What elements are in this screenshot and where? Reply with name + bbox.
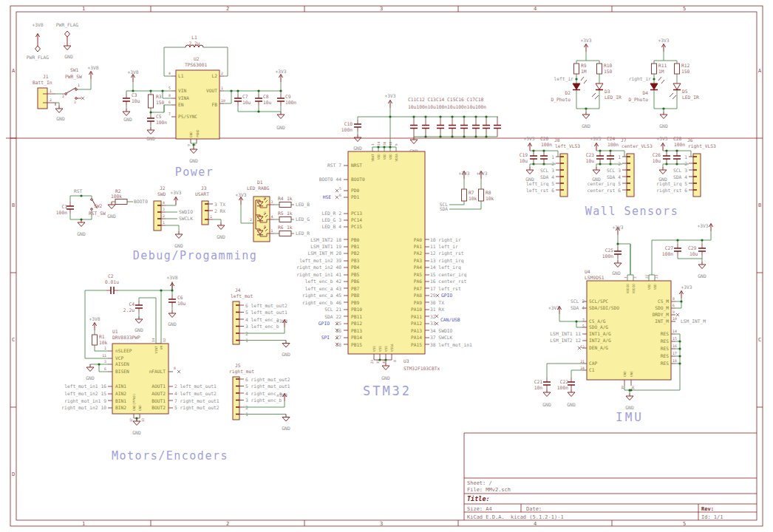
j2-pin2: 2 bbox=[163, 214, 165, 218]
u2-pin4: 4 bbox=[168, 72, 171, 75]
gnd-label: GND bbox=[86, 375, 95, 381]
section-motors: C2 0.01u +3V8 C6 10u GND C4 2.2u GND +3V… bbox=[61, 273, 290, 463]
tb-title: Title: bbox=[467, 495, 490, 502]
ref-c19: C19 bbox=[520, 152, 528, 157]
value-c26: 10u bbox=[653, 158, 661, 163]
net-left-ir-label: left_ir bbox=[554, 76, 573, 82]
gnd-label: GND bbox=[189, 158, 198, 163]
section-title-stm32: STM32 bbox=[363, 383, 412, 398]
gnd-label: GND bbox=[612, 270, 621, 276]
ref-r7: R7 bbox=[469, 190, 474, 195]
pin36-num: 36 bbox=[383, 141, 386, 146]
ref-r6: R6 bbox=[278, 225, 284, 230]
frame-row-c2: C bbox=[758, 337, 761, 343]
u4-gnd2: GND bbox=[630, 371, 633, 377]
value-d1: LED_RABG bbox=[247, 185, 270, 191]
value-u4: LSM9DS1 bbox=[585, 275, 605, 280]
gnd-label: GND bbox=[146, 136, 155, 141]
pin8-num: 8 bbox=[393, 360, 397, 362]
value-c8: 10u bbox=[263, 100, 272, 105]
boot0-pulldown: GND R2 100k BOOT0 bbox=[107, 188, 148, 219]
j3-pin3-tx: 3 TX bbox=[214, 202, 225, 207]
i2c-pullups: +3V3 +3V3 R7 10k R8 10k SCL SDA bbox=[440, 171, 494, 211]
ic-u2-tps63001: U2 TPS63001 4 5 8 6 7 L1 VIN VINA EN PS/… bbox=[164, 35, 228, 163]
pin-vss1: VSS bbox=[372, 346, 376, 352]
u2-pin1: 1 bbox=[221, 86, 223, 90]
j3-pin1: 1 bbox=[210, 215, 212, 219]
d1-pin4: 4 bbox=[271, 215, 273, 219]
tb-date: Date: bbox=[526, 506, 542, 512]
gnd-label: GND bbox=[64, 54, 73, 59]
frame-col-4b: 4 bbox=[534, 521, 537, 527]
connector-j3-usart: J3 USART 3 TX 2 RX 1 GND bbox=[195, 185, 225, 239]
value-j4: left_mot bbox=[231, 293, 253, 299]
stm32-power-rail: +3V3 C10 100n GND C11C12 C13C14 C15C16 C… bbox=[341, 93, 501, 154]
net-right-ir-label: right_ir bbox=[629, 76, 652, 82]
connector-j8-left-vl53: +3V3 C19 10u C20 100n GND J8 left_VL53 1… bbox=[520, 136, 581, 197]
section-title-motors: Motors/Encoders bbox=[112, 449, 228, 463]
value-c1: 100n bbox=[56, 210, 67, 215]
u2-pin9: 9 bbox=[187, 144, 191, 146]
u4-int2-ag: INT2_A/G bbox=[589, 338, 611, 344]
u1-nsleep: nSLEEP bbox=[115, 348, 132, 353]
gnd-label: GND bbox=[168, 321, 177, 327]
net-3v3-label: +3V3 bbox=[384, 93, 395, 98]
ir-sensor-left: +3V3 R9 1M R10 150 left_ir D2 D_Photo D3… bbox=[551, 38, 622, 129]
net-spi-label: SPI bbox=[321, 335, 330, 340]
d1-led-g: G bbox=[264, 211, 266, 215]
u4-pin1-num: 1 bbox=[624, 276, 627, 279]
u4-pin3-num: 3 bbox=[633, 276, 637, 279]
ref-r10: R10 bbox=[604, 63, 613, 68]
schematic-page: 1 2 3 4 5 1 2 3 4 5 A B C D A B C Sheet:… bbox=[0, 0, 773, 532]
tb-size: Size: A4 bbox=[467, 506, 492, 512]
frame-row-d: D bbox=[12, 471, 15, 477]
ref-d1: D1 bbox=[257, 180, 263, 185]
ref-c7: C7 bbox=[242, 94, 248, 99]
u2-pin8: 8 bbox=[168, 94, 171, 98]
ref-j4: J4 bbox=[235, 287, 241, 293]
u4-c1: C1 bbox=[589, 367, 595, 372]
u1-gnd-ppad: GND(PPAD) bbox=[132, 393, 136, 411]
gnd-label: GND bbox=[276, 125, 285, 130]
value-c9: 100n bbox=[285, 100, 296, 105]
net-3v3-label: +3V3 bbox=[612, 225, 623, 230]
sw1-pin1: 1 bbox=[78, 83, 80, 87]
ref-c6: C6 bbox=[177, 295, 183, 300]
j1-pin1: 1 bbox=[50, 89, 52, 93]
gnd-label: GND bbox=[77, 231, 86, 236]
ref-c2: C2 bbox=[108, 273, 114, 279]
ref-j3: J3 bbox=[201, 185, 207, 191]
ref-u4: U4 bbox=[585, 269, 590, 274]
u2-pin6: 6 bbox=[168, 100, 171, 104]
section-title-power: Power bbox=[175, 166, 214, 179]
ref-c23: C23 bbox=[586, 152, 595, 157]
gnd-label: GND bbox=[282, 352, 290, 357]
ic-u3-stm32: RST 7 NRST BOOT0 44 BOOT0 5 PD0 HSE 6 PD… bbox=[296, 141, 472, 381]
ref-c29: C29 bbox=[688, 245, 697, 250]
value-j5: right_mot bbox=[229, 369, 254, 375]
net-3v8-label: +3V8 bbox=[166, 275, 177, 280]
u1-pin1: 1 bbox=[104, 347, 106, 350]
ref-c28: C28 bbox=[673, 136, 682, 141]
value-c19: 10u bbox=[520, 158, 528, 163]
ref-r3: R3 bbox=[156, 94, 162, 99]
frame-col-5: 5 bbox=[683, 6, 686, 12]
gnd-label: GND bbox=[56, 116, 65, 121]
net-3v3-label: +3V3 bbox=[656, 136, 667, 141]
j6-pin-labels: 12SCL 3SDA 4right_irq 5right_rst 6 bbox=[656, 154, 687, 194]
value-u1: DRV8833PWP bbox=[112, 335, 140, 340]
u2-pin-en: EN bbox=[178, 102, 184, 107]
value-r4: 1k bbox=[287, 196, 293, 201]
pin-nrst: NRST bbox=[351, 163, 362, 168]
ref-d4: D4 bbox=[642, 90, 648, 95]
value-r10: 150 bbox=[604, 69, 613, 74]
section-power: +3V8 PWR_FLAG PWR_FLAG GND J1 Batt_In 1 … bbox=[27, 22, 297, 179]
ref-u3: U3 bbox=[403, 358, 409, 364]
imu-supply: +3V3 C25 100n GND +3V3 C27 100n C29 10u … bbox=[602, 223, 713, 281]
gnd-label: GND bbox=[353, 146, 362, 151]
ref-d2: D2 bbox=[565, 90, 571, 95]
ref-u1: U1 bbox=[112, 329, 118, 334]
gnd-label: GND bbox=[567, 402, 576, 407]
net-3v8-label: +3V8 bbox=[89, 316, 100, 321]
u1-pin8: 8 bbox=[174, 366, 176, 370]
